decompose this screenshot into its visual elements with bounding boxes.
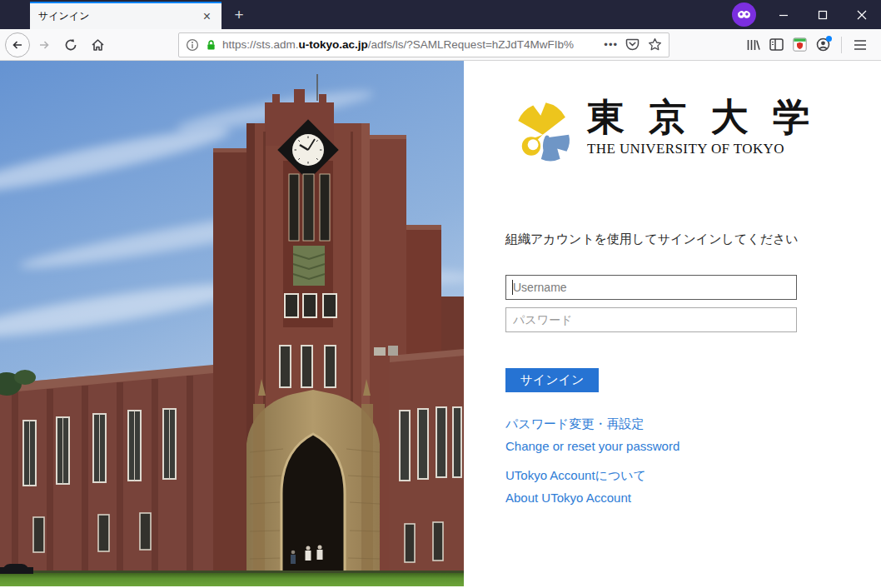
forward-button[interactable] xyxy=(32,32,57,57)
private-browsing-mask-icon xyxy=(732,2,756,27)
password-reset-link-en[interactable]: Change or reset your password xyxy=(505,439,679,453)
toolbar-separator xyxy=(841,37,842,53)
page-info-icon[interactable] xyxy=(186,38,199,52)
page-actions-icon[interactable]: ••• xyxy=(604,38,618,51)
logo-text-en: THE UNIVERSITY OF TOKYO xyxy=(587,141,818,157)
utokyo-logo: 東 京 大 学 THE UNIVERSITY OF TOKYO xyxy=(505,98,881,168)
new-tab-button[interactable]: + xyxy=(226,0,251,29)
text-caret xyxy=(512,280,513,295)
tab-title: サインイン xyxy=(38,9,201,23)
browser-titlebar: サインイン × + xyxy=(0,0,881,29)
logo-text-jp: 東 京 大 学 xyxy=(587,98,818,137)
campus-photo-yasuda-auditorium xyxy=(0,61,464,586)
pocket-icon[interactable] xyxy=(625,37,640,52)
library-button[interactable] xyxy=(741,33,764,57)
about-account-link-jp[interactable]: UTokyo Accountについて xyxy=(505,468,646,484)
browser-tab[interactable]: サインイン × xyxy=(30,2,221,29)
signin-button[interactable]: サインイン xyxy=(505,368,599,392)
sidebar-icon xyxy=(769,38,784,51)
back-icon xyxy=(5,32,30,57)
password-reset-link-jp[interactable]: パスワード変更・再設定 xyxy=(505,416,644,432)
maximize-button[interactable] xyxy=(803,0,842,29)
sidebar-button[interactable] xyxy=(764,33,788,57)
security-extension-icon xyxy=(793,37,807,52)
username-input[interactable] xyxy=(505,275,797,300)
tab-close-icon[interactable]: × xyxy=(201,10,213,23)
home-button[interactable] xyxy=(85,32,110,57)
utokyo-ginkgo-logo-icon xyxy=(505,98,577,168)
navigation-toolbar: https://sts.adm.u-tokyo.ac.jp/adfs/ls/?S… xyxy=(0,29,881,61)
library-icon xyxy=(746,38,760,52)
password-input[interactable] xyxy=(505,307,797,332)
url-bar[interactable]: https://sts.adm.u-tokyo.ac.jp/adfs/ls/?S… xyxy=(178,32,669,57)
forward-icon xyxy=(37,38,51,52)
back-button[interactable] xyxy=(5,32,30,57)
security-extension-button[interactable] xyxy=(788,33,811,57)
close-button[interactable] xyxy=(842,0,881,29)
menu-button[interactable] xyxy=(849,33,872,57)
reload-button[interactable] xyxy=(58,32,83,57)
window-controls xyxy=(764,0,881,29)
account-button[interactable] xyxy=(811,33,834,57)
signin-instruction: 組織アカウントを使用してサインインしてください xyxy=(505,232,881,247)
hamburger-menu-icon xyxy=(854,39,867,51)
home-icon xyxy=(91,38,105,52)
bookmark-star-icon[interactable] xyxy=(648,37,662,52)
minimize-button[interactable] xyxy=(764,0,803,29)
about-account-link-en[interactable]: About UTokyo Account xyxy=(505,491,631,505)
reload-icon xyxy=(64,38,77,52)
signin-panel: 東 京 大 学 THE UNIVERSITY OF TOKYO 組織アカウントを… xyxy=(464,61,881,586)
url-text: https://sts.adm.u-tokyo.ac.jp/adfs/ls/?S… xyxy=(222,38,599,51)
account-notification-dot xyxy=(826,36,832,42)
https-lock-icon[interactable] xyxy=(205,38,217,52)
